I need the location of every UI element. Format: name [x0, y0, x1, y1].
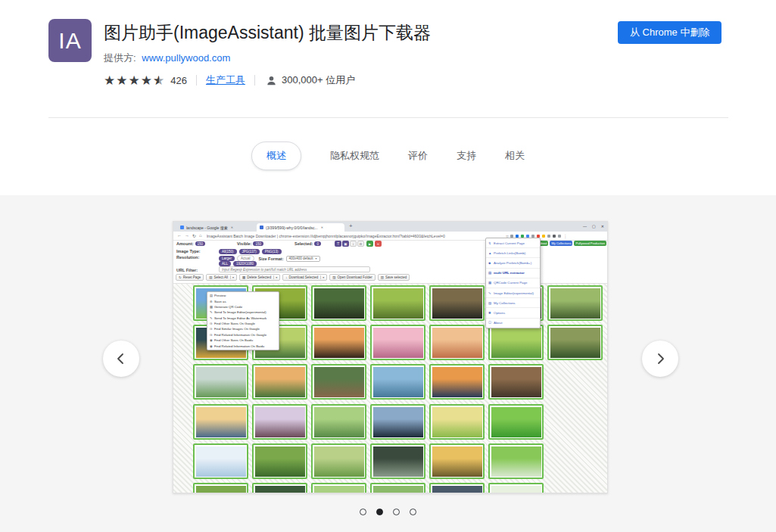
carousel-dot-3[interactable] — [393, 509, 400, 515]
image-thumbnail[interactable] — [311, 325, 366, 360]
tab-3[interactable]: 支持 — [457, 149, 476, 163]
image-thumbnail[interactable] — [429, 483, 485, 493]
image-thumbnail[interactable] — [488, 483, 544, 493]
tab-close-icon[interactable]: ✕ — [231, 226, 233, 229]
resolution-pill[interactable]: ALL — [219, 261, 231, 266]
size-format-select[interactable]: 400x400 default ▾ — [286, 256, 320, 262]
close-icon[interactable]: ✕ — [601, 222, 604, 231]
image-thumbnail[interactable] — [193, 483, 248, 493]
image-thumbnail[interactable] — [252, 404, 307, 440]
dropdown-menu-item[interactable]: ▤multi URL extractor — [486, 269, 540, 278]
reload-icon[interactable]: ↻ — [192, 233, 196, 238]
browser-extension-icon[interactable] — [526, 235, 529, 238]
image-thumbnail[interactable] — [370, 325, 425, 360]
dropdown-menu-item[interactable]: ◆Analyze Prefetch(Bomb+) — [486, 258, 540, 268]
image-thumbnail[interactable] — [193, 364, 248, 400]
toolbar-button-delete-selected[interactable]: ▦Delete Selected▾ — [239, 274, 280, 281]
browser-extension-icon[interactable] — [531, 235, 534, 238]
image-thumbnail[interactable] — [429, 285, 485, 321]
context-menu-item[interactable]: GFind Other Sizes On Google — [207, 321, 279, 326]
context-menu-item[interactable]: GFind Related Information On Google — [207, 332, 279, 338]
image-thumbnail[interactable] — [193, 404, 248, 440]
browser-extension-icon[interactable] — [516, 235, 519, 238]
carousel-prev-button[interactable] — [103, 341, 139, 377]
menu-kebab-icon[interactable]: ⋮ — [563, 234, 567, 238]
image-thumbnail[interactable] — [311, 404, 366, 440]
image-thumbnail[interactable] — [311, 443, 366, 479]
resolution-pill[interactable]: 1920X1080 — [233, 261, 257, 266]
panel-button-pullywood-production[interactable]: Pullywood Production — [574, 241, 606, 246]
url-filter-input[interactable] — [219, 266, 370, 272]
carousel-next-button[interactable] — [642, 341, 678, 377]
toggle-button[interactable]: T — [335, 241, 341, 247]
new-tab-icon[interactable]: + — [349, 222, 353, 229]
context-menu-item[interactable]: ◉Find Related Information On Baidu — [207, 343, 279, 348]
star-rating[interactable]: ★★★★★★ — [104, 74, 165, 87]
image-thumbnail[interactable] — [370, 483, 425, 493]
context-menu-item[interactable]: ◉Find Other Sizes On Baidu — [207, 338, 279, 343]
image-thumbnail[interactable] — [488, 443, 544, 479]
image-thumbnail[interactable] — [193, 443, 248, 479]
image-thumbnail[interactable] — [429, 325, 485, 360]
context-menu-item[interactable]: ✎Send To Image Editor As Watermark — [207, 316, 279, 321]
res-larger-pill[interactable]: Larger — [219, 256, 235, 261]
browser-extension-icon[interactable] — [553, 235, 556, 238]
tab-4[interactable]: 相关 — [505, 149, 525, 163]
image-thumbnail[interactable] — [370, 285, 425, 321]
image-thumbnail[interactable] — [311, 285, 366, 321]
image-thumbnail[interactable] — [252, 364, 307, 400]
browser-extension-icon[interactable] — [542, 235, 545, 238]
remove-from-chrome-button[interactable]: 从 Chrome 中删除 — [618, 21, 721, 44]
extension-screenshot[interactable]: landscape - Google 搜索 ✕ (3/399/599)-why:… — [173, 221, 608, 493]
image-type-pill[interactable]: PNG(13) — [262, 249, 282, 254]
home-icon[interactable]: ⌂ — [199, 233, 202, 238]
tab-2[interactable]: 评价 — [408, 149, 428, 163]
forward-icon[interactable]: → — [185, 233, 189, 238]
caret-down-icon[interactable]: ▾ — [273, 275, 277, 279]
image-thumbnail[interactable] — [252, 483, 307, 493]
url-text[interactable]: ImageAssistant Batch Image Downloader | … — [207, 234, 503, 238]
image-type-pill[interactable]: All(150) — [219, 249, 237, 254]
image-thumbnail[interactable] — [488, 325, 544, 360]
context-menu-item[interactable]: ✎Send To Image Editor(experimental) — [207, 310, 279, 315]
toolbar-button-reset-page[interactable]: ↻Reset Page — [176, 274, 204, 281]
panel-button-my-collections[interactable]: My Collections — [550, 241, 572, 246]
caret-down-icon[interactable]: ▾ — [320, 275, 324, 279]
context-menu-item[interactable]: ⊕Save as — [207, 298, 279, 303]
image-thumbnail[interactable] — [370, 364, 425, 400]
maximize-icon[interactable]: ▢ — [592, 222, 596, 231]
image-thumbnail[interactable] — [547, 285, 603, 321]
browser-extension-icon[interactable] — [558, 235, 561, 238]
image-type-pill[interactable]: JPG(137) — [239, 249, 260, 254]
dropdown-menu-item[interactable]: ▦QRCode Current Page — [486, 278, 540, 288]
context-menu-item[interactable]: GFind Similar Images On Google — [207, 326, 279, 331]
carousel-dot-2[interactable] — [376, 509, 383, 515]
context-menu-item[interactable]: ▦Generate QR Code — [207, 304, 279, 310]
tab-1[interactable]: 隐私权规范 — [330, 149, 379, 163]
toolbar-button-select-all[interactable]: ▤Select All▾ — [206, 274, 237, 281]
caret-down-icon[interactable]: ▾ — [230, 275, 234, 279]
image-thumbnail[interactable] — [547, 325, 603, 360]
dropdown-menu-item[interactable]: ✱Options — [486, 308, 540, 318]
carousel-dot-4[interactable] — [410, 509, 416, 515]
dropdown-menu-item[interactable]: ↯Extract Current Page — [486, 238, 540, 248]
browser-tab-extension[interactable]: (3/399/599)-why:0/0/0/landsc... ✕ — [257, 223, 344, 232]
dropdown-menu-item[interactable]: ▨My Collections — [486, 298, 540, 308]
toolbar-button-open-download-folder[interactable]: ▨Open Download Folder — [329, 274, 376, 281]
toggle-button[interactable]: ⊙ — [357, 241, 364, 247]
dropdown-menu-item[interactable]: ✎Image Editor(experimental) — [486, 288, 540, 298]
flag-button[interactable]: ✕ — [375, 241, 382, 247]
browser-extension-icon[interactable] — [510, 235, 513, 238]
image-thumbnail[interactable] — [429, 404, 485, 440]
carousel-dot-1[interactable] — [360, 509, 366, 515]
dropdown-menu-item[interactable]: ⓘAbout — [486, 319, 540, 328]
browser-tab-search[interactable]: landscape - Google 搜索 ✕ — [177, 223, 254, 232]
back-icon[interactable]: ← — [177, 233, 182, 238]
image-thumbnail[interactable] — [370, 443, 425, 479]
browser-extension-icon[interactable] — [521, 235, 524, 238]
tab-close-icon[interactable]: ✕ — [321, 226, 323, 229]
rating-count[interactable]: 426 — [170, 75, 187, 86]
image-thumbnail[interactable] — [311, 483, 366, 493]
context-menu-item[interactable]: ▤Preview — [207, 293, 279, 298]
toolbar-button-save-selected[interactable]: ▥Save selected — [378, 274, 410, 281]
